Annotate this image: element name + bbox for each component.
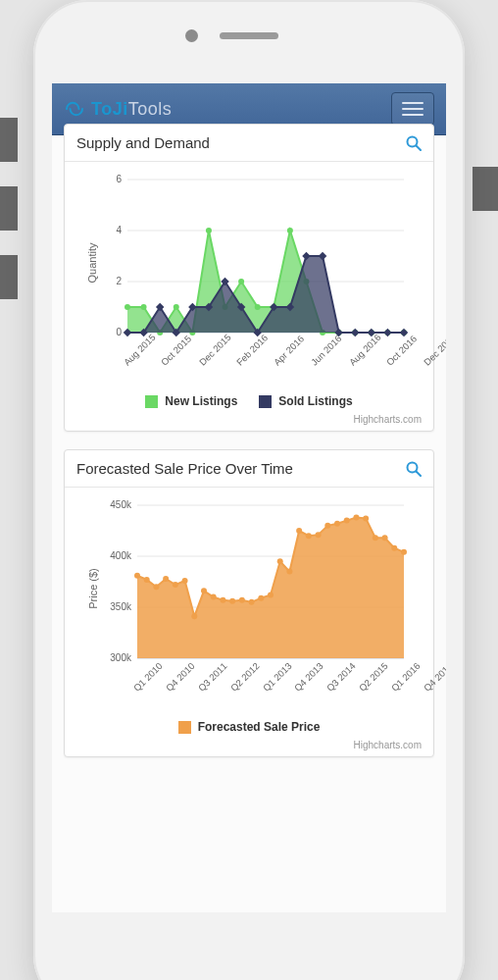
- svg-point-11: [124, 304, 130, 310]
- svg-point-59: [144, 577, 150, 583]
- panel-supply-demand: Supply and Demand Quantity 0246 Aug 2015…: [64, 124, 434, 432]
- zoom-icon[interactable]: [406, 135, 422, 151]
- svg-point-67: [220, 597, 225, 603]
- svg-point-74: [286, 569, 292, 575]
- chart-supply-demand: Quantity 0246 Aug 2015Oct 2015Dec 2015Fe…: [76, 172, 422, 353]
- legend-swatch: [259, 395, 272, 408]
- panel-body: Price ($) 300k350k400k450k Q1 2010Q4 201…: [65, 488, 433, 756]
- svg-point-60: [153, 584, 159, 590]
- content: Supply and Demand Quantity 0246 Aug 2015…: [52, 135, 446, 769]
- svg-point-84: [382, 535, 388, 541]
- legend: Forecasted Sale Price: [76, 720, 422, 734]
- legend: New Listings Sold Listings: [76, 394, 422, 408]
- panel-header: Forecasted Sale Price Over Time: [65, 450, 433, 488]
- legend-label: Forecasted Sale Price: [198, 720, 321, 734]
- svg-text:450k: 450k: [110, 499, 132, 510]
- hamburger-icon: [402, 102, 423, 104]
- legend-swatch: [145, 395, 158, 408]
- svg-text:400k: 400k: [110, 550, 132, 561]
- legend-item-sold-listings[interactable]: Sold Listings: [259, 394, 352, 408]
- svg-point-85: [391, 545, 397, 551]
- bg-stub: [0, 118, 18, 162]
- svg-rect-45: [383, 329, 391, 336]
- svg-point-68: [229, 598, 235, 604]
- chart-forecast: Price ($) 300k350k400k450k Q1 2010Q4 201…: [76, 497, 422, 679]
- svg-point-58: [134, 573, 140, 579]
- svg-point-21: [287, 228, 293, 233]
- brand-text-2: Tools: [128, 99, 173, 119]
- legend-item-forecast[interactable]: Forecasted Sale Price: [178, 720, 321, 734]
- svg-point-70: [249, 599, 255, 605]
- svg-point-62: [173, 582, 178, 588]
- svg-text:350k: 350k: [110, 601, 132, 612]
- svg-point-86: [401, 549, 407, 555]
- svg-point-65: [201, 588, 207, 593]
- bg-stub: [0, 255, 18, 299]
- chart-plot: 0246: [104, 172, 410, 338]
- legend-label: Sold Listings: [278, 394, 352, 408]
- svg-point-75: [296, 528, 302, 534]
- svg-point-72: [268, 593, 274, 598]
- svg-point-82: [363, 516, 369, 522]
- panel-body: Quantity 0246 Aug 2015Oct 2015Dec 2015Fe…: [65, 162, 433, 431]
- svg-point-78: [324, 523, 330, 529]
- phone-frame: ToJiTools Supply and Demand Quantity: [33, 0, 465, 980]
- svg-rect-43: [351, 329, 359, 336]
- brand[interactable]: ToJiTools: [64, 99, 172, 120]
- svg-line-1: [417, 145, 422, 150]
- svg-point-83: [373, 535, 378, 541]
- chart-credit[interactable]: Highcharts.com: [76, 740, 422, 750]
- panel-title: Forecasted Sale Price Over Time: [76, 460, 293, 477]
- svg-point-66: [211, 594, 217, 600]
- svg-point-77: [316, 532, 322, 538]
- x-axis-ticks: Q1 2010Q4 2010Q3 2011Q2 2012Q1 2013Q4 20…: [98, 668, 427, 679]
- svg-point-63: [182, 578, 188, 584]
- legend-item-new-listings[interactable]: New Listings: [145, 394, 237, 408]
- svg-point-61: [163, 576, 169, 582]
- svg-point-16: [206, 228, 212, 233]
- svg-point-79: [334, 521, 340, 527]
- chart-plot: 300k350k400k450k: [104, 497, 410, 664]
- phone-speaker-icon: [220, 32, 278, 39]
- svg-line-48: [417, 471, 422, 476]
- svg-point-12: [141, 304, 147, 310]
- bg-stub: [0, 186, 18, 231]
- screen: ToJiTools Supply and Demand Quantity: [52, 83, 446, 912]
- svg-point-19: [255, 304, 261, 310]
- hamburger-icon: [402, 114, 423, 116]
- svg-point-73: [277, 558, 283, 564]
- svg-rect-46: [400, 329, 408, 336]
- bg-stub: [473, 167, 498, 211]
- svg-point-14: [174, 304, 179, 310]
- svg-point-71: [258, 595, 264, 601]
- svg-text:6: 6: [116, 174, 122, 184]
- panel-title: Supply and Demand: [76, 134, 210, 151]
- chart-credit[interactable]: Highcharts.com: [76, 414, 422, 425]
- menu-button[interactable]: [391, 92, 434, 126]
- legend-label: New Listings: [165, 394, 237, 408]
- y-axis-label: Quantity: [86, 242, 98, 283]
- phone-camera-icon: [185, 29, 198, 42]
- x-axis-ticks: Aug 2015Oct 2015Dec 2015Feb 2016Apr 2016…: [98, 342, 427, 353]
- y-axis-label: Price ($): [87, 568, 99, 609]
- zoom-icon[interactable]: [406, 461, 422, 477]
- svg-point-81: [353, 514, 359, 520]
- brand-text-1: ToJi: [91, 99, 128, 119]
- panel-forecast: Forecasted Sale Price Over Time Price ($…: [64, 449, 434, 757]
- hamburger-icon: [402, 108, 423, 110]
- svg-point-69: [239, 597, 245, 603]
- svg-point-80: [344, 518, 350, 524]
- svg-text:300k: 300k: [110, 652, 132, 663]
- legend-swatch: [178, 721, 191, 734]
- svg-point-18: [238, 279, 244, 284]
- svg-text:0: 0: [116, 327, 122, 337]
- brand-logo-icon: [64, 101, 85, 117]
- svg-point-64: [191, 613, 197, 619]
- panel-header: Supply and Demand: [65, 125, 433, 162]
- svg-point-76: [306, 533, 312, 539]
- svg-text:4: 4: [116, 225, 122, 235]
- svg-text:2: 2: [116, 276, 122, 286]
